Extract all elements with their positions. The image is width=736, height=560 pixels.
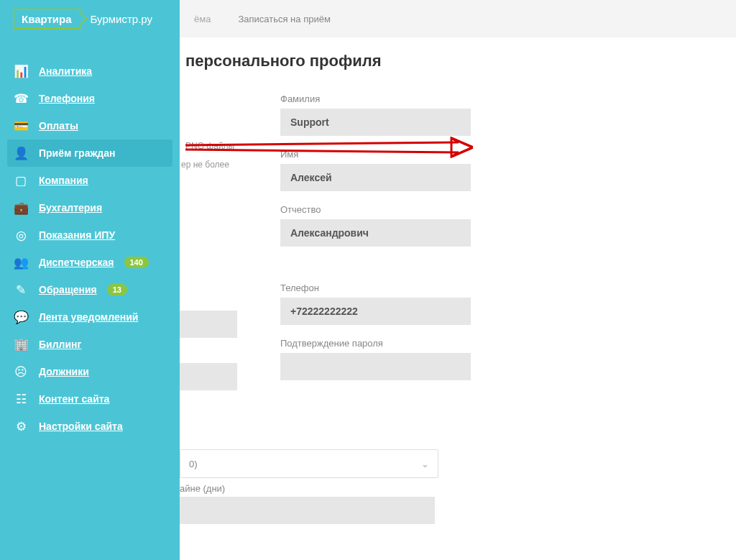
- sidebar-item-label: Аналитика: [39, 65, 92, 77]
- left-input-1[interactable]: [180, 311, 237, 338]
- days-input[interactable]: [180, 497, 435, 524]
- bottom-select[interactable]: 0) ⌄: [180, 449, 438, 478]
- chat-icon: 💬: [13, 310, 29, 324]
- sidebar: Квартира Бурмистр.ру 📊Аналитика ☎Телефон…: [0, 0, 180, 560]
- sidebar-item-label: Приём граждан: [39, 147, 115, 159]
- sidebar-item-dispatch[interactable]: 👥Диспетчерская140: [0, 249, 180, 276]
- logo-text: Бурмистр.ру: [91, 13, 152, 25]
- topbar: ёма Записаться на приём: [180, 0, 736, 37]
- surname-input[interactable]: [280, 109, 471, 136]
- person-icon: 👤: [13, 146, 29, 160]
- logo[interactable]: Квартира Бурмистр.ру: [0, 0, 180, 37]
- nav-list: 📊Аналитика ☎Телефония 💳Оплаты 👤Приём гра…: [0, 37, 180, 440]
- sidebar-item-label: Контент сайта: [39, 393, 109, 405]
- page-title: персонального профиля: [185, 52, 736, 70]
- bottom-select-value: 0): [189, 459, 198, 469]
- hint-size: ер не более: [181, 160, 229, 170]
- name-input[interactable]: [280, 164, 471, 191]
- meter-icon: ◎: [13, 228, 29, 242]
- square-icon: ▢: [13, 173, 29, 188]
- pwconfirm-label: Подтверждение пароля: [280, 338, 482, 349]
- sidebar-item-settings[interactable]: ⚙Настройки сайта: [0, 413, 180, 440]
- sidebar-item-label: Биллинг: [39, 339, 81, 350]
- sidebar-item-feed[interactable]: 💬Лента уведомлений: [0, 303, 180, 331]
- sad-icon: ☹: [13, 364, 29, 379]
- sidebar-item-meters[interactable]: ◎Показания ИПУ: [0, 221, 180, 249]
- patronymic-label: Отчество: [280, 204, 482, 215]
- bottom-select-wrap: 0) ⌄: [180, 449, 467, 478]
- chart-icon: 📊: [13, 64, 29, 78]
- sidebar-item-label: Бухгалтерия: [39, 202, 102, 214]
- sidebar-item-label: Диспетчерская: [39, 257, 114, 268]
- sidebar-item-label: Телефония: [39, 93, 95, 104]
- patronymic-input[interactable]: [280, 219, 471, 247]
- sidebar-item-label: Настройки сайта: [39, 421, 123, 432]
- tab-partial[interactable]: ёма: [187, 9, 218, 29]
- badge: 140: [124, 257, 149, 268]
- badge: 13: [107, 284, 127, 295]
- building-icon: 🏢: [13, 337, 29, 352]
- sidebar-item-label: Оплаты: [39, 120, 78, 132]
- surname-label: Фамилия: [280, 93, 482, 104]
- sidebar-item-label: Показания ИПУ: [39, 229, 115, 241]
- hint-png: PNG файлы: [185, 141, 234, 151]
- left-input-2[interactable]: [180, 363, 237, 390]
- sidebar-item-appeals[interactable]: ✎Обращения13: [0, 276, 180, 303]
- name-label: Имя: [280, 149, 482, 160]
- logo-box: Квартира: [13, 9, 80, 29]
- sidebar-item-label: Лента уведомлений: [39, 311, 138, 323]
- tab-signup[interactable]: Записаться на приём: [231, 9, 337, 29]
- pwconfirm-input[interactable]: [280, 353, 471, 380]
- sidebar-item-telephony[interactable]: ☎Телефония: [0, 85, 180, 112]
- sidebar-item-label: Компания: [39, 175, 88, 186]
- card-icon: 💳: [13, 119, 29, 133]
- bottom-days-wrap: айне (дни): [180, 483, 467, 524]
- phone-input[interactable]: [280, 298, 471, 325]
- sidebar-item-analytics[interactable]: 📊Аналитика: [0, 58, 180, 85]
- gear-icon: ⚙: [13, 419, 29, 433]
- profile-form: Фамилия Имя Отчество Телефон Подтвержден…: [280, 93, 482, 393]
- phone-icon: ☎: [13, 91, 29, 106]
- edit-icon: ✎: [13, 283, 29, 297]
- briefcase-icon: 💼: [13, 201, 29, 215]
- sidebar-item-reception[interactable]: 👤Приём граждан: [7, 139, 172, 167]
- sidebar-item-debtors[interactable]: ☹Должники: [0, 358, 180, 385]
- sidebar-item-company[interactable]: ▢Компания: [0, 167, 180, 194]
- sidebar-item-accounting[interactable]: 💼Бухгалтерия: [0, 194, 180, 221]
- sidebar-item-billing[interactable]: 🏢Биллинг: [0, 331, 180, 358]
- sidebar-item-label: Должники: [39, 366, 89, 377]
- group-icon: 👥: [13, 255, 29, 270]
- sidebar-item-content[interactable]: ☷Контент сайта: [0, 385, 180, 413]
- chevron-down-icon: ⌄: [421, 459, 429, 469]
- sidebar-item-label: Обращения: [39, 284, 97, 295]
- sidebar-item-payments[interactable]: 💳Оплаты: [0, 112, 180, 139]
- grid-icon: ☷: [13, 392, 29, 406]
- phone-label: Телефон: [280, 283, 482, 293]
- days-label: айне (дни): [180, 483, 467, 494]
